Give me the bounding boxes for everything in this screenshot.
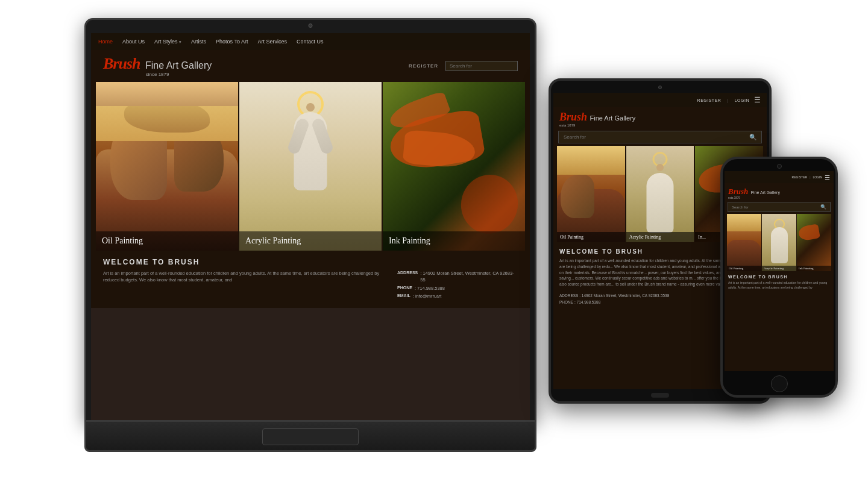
logo-brush-text: Brush bbox=[103, 55, 140, 72]
nav-item-about[interactable]: About Us bbox=[122, 39, 145, 45]
address-label: ADDRESS bbox=[397, 270, 418, 284]
phone-logo-brush: Brush bbox=[728, 187, 748, 196]
tablet-register[interactable]: REGISTER bbox=[697, 98, 722, 102]
laptop-trackpad bbox=[262, 428, 359, 445]
welcome-right-address: ADDRESS : 14902 Moran Street, Westminste… bbox=[397, 270, 518, 301]
phone-line: PHONE : 714.988.5388 bbox=[397, 285, 518, 292]
phone-header: Brush Fine Art Gallery esta 1879 bbox=[725, 183, 834, 202]
phone-device: REGISTER | LOGIN ☰ Brush Fine Art Galler… bbox=[720, 157, 838, 398]
laptop-welcome-title: WELCOME TO BRUSH bbox=[103, 258, 518, 266]
hamburger-icon[interactable]: ☰ bbox=[754, 96, 761, 104]
phone-pipe: | bbox=[810, 175, 810, 179]
nav-item-home[interactable]: Home bbox=[98, 39, 113, 45]
tablet-pipe: | bbox=[727, 98, 728, 102]
phone-register[interactable]: REGISTER bbox=[792, 175, 808, 179]
laptop-welcome-text: Art is an important part of a well-round… bbox=[103, 270, 518, 301]
address-line: ADDRESS : 14902 Moran Street, Westminste… bbox=[397, 270, 518, 284]
phone-nav-right: REGISTER | LOGIN ☰ bbox=[792, 174, 830, 181]
tablet-logo-since: esta 1879 bbox=[559, 124, 635, 127]
tablet-address-value: : 14902 Moran Street, Westminster, CA 92… bbox=[579, 293, 669, 298]
gallery-item-ink[interactable]: Ink Painting bbox=[383, 82, 525, 251]
gallery-item-oil[interactable]: Oil Painting bbox=[96, 82, 238, 251]
phone-search-placeholder: Search for bbox=[732, 205, 749, 209]
laptop-body: Home About Us Art Styles ▾ Artists Photo… bbox=[84, 18, 536, 422]
phone-search-bar: Search for 🔍 bbox=[728, 202, 831, 212]
tablet-nav: REGISTER | LOGIN ☰ bbox=[553, 93, 767, 107]
tablet-phone-label: PHONE bbox=[559, 300, 573, 304]
phone-home-button[interactable] bbox=[771, 375, 788, 392]
email-label: EMAIL bbox=[397, 293, 410, 299]
nav-item-artstyles[interactable]: Art Styles ▾ bbox=[154, 39, 181, 45]
gallery-item-acrylic[interactable]: Acrylic Painting bbox=[239, 82, 382, 251]
welcome-left-text: Art is an important part of a well-round… bbox=[103, 270, 385, 301]
laptop-screen: Home About Us Art Styles ▾ Artists Photo… bbox=[91, 33, 530, 420]
tablet-gallery-label-oil: Oil Painting bbox=[557, 232, 625, 242]
tablet-gallery-label-acrylic: Acrylic Painting bbox=[626, 232, 694, 242]
phone-label: PHONE bbox=[397, 285, 412, 292]
phone-welcome: WELCOME TO BRUSH Art is an important par… bbox=[725, 271, 834, 293]
phone-logo: Brush Fine Art Gallery esta 1879 bbox=[728, 186, 780, 199]
laptop-base bbox=[84, 422, 536, 452]
laptop-logo: Brush Fine Art Gallery since 1879 bbox=[103, 55, 212, 77]
tablet-nav-right: REGISTER | LOGIN ☰ bbox=[697, 96, 761, 104]
phone-gallery-oil[interactable]: Oil Painting bbox=[727, 214, 761, 271]
email-line: EMAIL : info@mrn.art bbox=[397, 293, 518, 299]
phone-gallery-ink[interactable]: Ink Painting bbox=[797, 214, 831, 271]
tablet-logo-text: Fine Art Gallery bbox=[590, 114, 636, 122]
phone-welcome-text: Art is an important part of a well-round… bbox=[728, 281, 830, 290]
phone-value: : 714.988.5388 bbox=[415, 285, 445, 292]
phone-camera bbox=[777, 164, 782, 169]
laptop-nav: Home About Us Art Styles ▾ Artists Photo… bbox=[91, 33, 530, 50]
tablet-logo: Brush Fine Art Gallery esta 1879 bbox=[559, 111, 635, 127]
phone-gallery-label-oil: Oil Painting bbox=[727, 266, 761, 271]
laptop-welcome: WELCOME TO BRUSH Art is an important par… bbox=[91, 251, 530, 308]
tablet-search-icon: 🔍 bbox=[749, 134, 756, 140]
logo-since-text: since 1879 bbox=[103, 72, 212, 77]
gallery-label-acrylic: Acrylic Painting bbox=[239, 231, 382, 251]
dropdown-arrow-icon: ▾ bbox=[179, 40, 181, 44]
gallery-label-oil: Oil Painting bbox=[96, 231, 238, 251]
nav-item-services[interactable]: Art Services bbox=[257, 39, 287, 45]
tablet-logo-brush: Brush bbox=[559, 111, 587, 123]
email-value: : info@mrn.art bbox=[413, 293, 442, 299]
laptop-gallery: Oil Painting Acrylic Painting bbox=[91, 82, 530, 251]
phone-body: REGISTER | LOGIN ☰ Brush Fine Art Galler… bbox=[720, 157, 838, 398]
nav-item-photos[interactable]: Photos To Art bbox=[216, 39, 248, 45]
laptop-device: Home About Us Art Styles ▾ Artists Photo… bbox=[84, 18, 536, 452]
laptop-camera bbox=[309, 23, 313, 28]
phone-screen: REGISTER | LOGIN ☰ Brush Fine Art Galler… bbox=[725, 171, 834, 371]
address-value: : 14902 Moran Street, Westminster, CA 92… bbox=[420, 270, 518, 284]
phone-gallery-label-ink: Ink Painting bbox=[797, 266, 831, 271]
laptop-header: Brush Fine Art Gallery since 1879 REGIST… bbox=[91, 50, 530, 82]
tablet-home-button[interactable] bbox=[651, 393, 669, 398]
phone-welcome-title: WELCOME TO BRUSH bbox=[728, 275, 830, 279]
phone-search-icon[interactable]: 🔍 bbox=[820, 204, 826, 210]
tablet-phone-value: : 714.988.5388 bbox=[574, 300, 600, 304]
tablet-gallery-acrylic[interactable]: Acrylic Painting bbox=[626, 146, 694, 242]
phone-logo-since: esta 1879 bbox=[728, 196, 780, 199]
logo-gallery-text: Fine Art Gallery bbox=[145, 60, 212, 70]
register-link[interactable]: REGISTER bbox=[409, 63, 438, 69]
phone-logo-text: Fine Art Gallery bbox=[751, 190, 780, 195]
tablet-address-label: ADDRESS bbox=[559, 293, 578, 298]
phone-gallery-label-acrylic: Acrylic Painting bbox=[762, 266, 796, 271]
tablet-search-bar: 🔍 bbox=[558, 131, 762, 143]
tablet-login[interactable]: LOGIN bbox=[735, 98, 749, 102]
scene: Home About Us Art Styles ▾ Artists Photo… bbox=[0, 0, 868, 482]
tablet-gallery-oil[interactable]: Oil Painting bbox=[557, 146, 625, 242]
tablet-camera bbox=[658, 86, 662, 89]
nav-item-contact[interactable]: Contact Us bbox=[297, 39, 324, 45]
phone-login[interactable]: LOGIN bbox=[813, 175, 822, 179]
phone-gallery-acrylic[interactable]: Acrylic Painting bbox=[762, 214, 796, 271]
nav-item-artists[interactable]: Artists bbox=[191, 39, 206, 45]
search-input[interactable] bbox=[445, 61, 518, 71]
phone-hamburger-icon[interactable]: ☰ bbox=[825, 174, 830, 181]
gallery-label-ink: Ink Painting bbox=[383, 231, 525, 251]
phone-gallery: Oil Painting Acrylic Painting Ink P bbox=[725, 214, 834, 271]
tablet-header: Brush Fine Art Gallery esta 1879 bbox=[553, 107, 767, 131]
phone-nav: REGISTER | LOGIN ☰ bbox=[725, 171, 834, 183]
laptop-header-right: REGISTER bbox=[409, 61, 518, 71]
tablet-search-input[interactable] bbox=[564, 134, 749, 140]
